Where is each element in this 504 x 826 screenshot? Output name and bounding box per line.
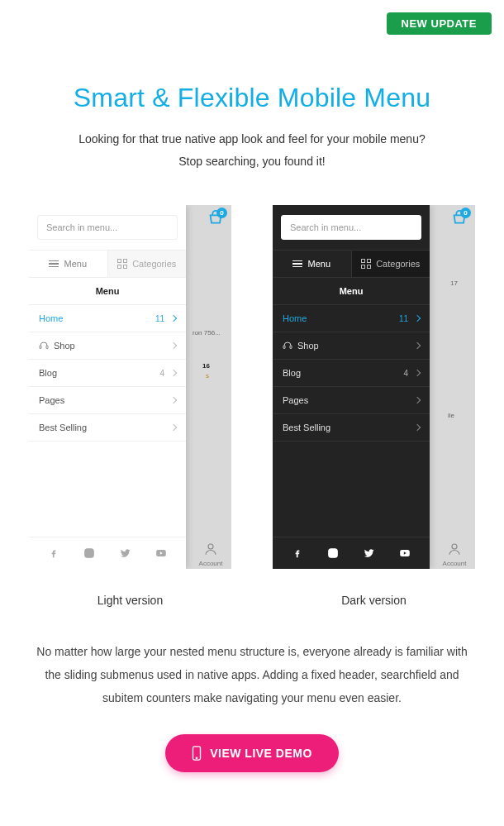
menu-list: Home 11 Shop Blog 4 Pages [273, 305, 430, 442]
chevron-right-icon [414, 342, 421, 349]
account-icon: Account [438, 542, 471, 567]
tab-categories[interactable]: Categories [351, 251, 430, 277]
grid-icon [361, 259, 371, 269]
menu-section-title: Menu [273, 278, 430, 305]
instagram-icon[interactable] [83, 547, 95, 559]
svg-point-10 [331, 551, 335, 556]
menu-item-best-selling[interactable]: Best Selling [273, 414, 430, 442]
svg-rect-2 [46, 346, 48, 349]
hamburger-icon [292, 260, 302, 268]
tab-categories[interactable]: Categories [107, 251, 187, 277]
chevron-right-icon [414, 397, 421, 403]
headset-icon [39, 341, 49, 351]
menu-item-blog[interactable]: Blog 4 [273, 360, 430, 387]
account-icon: Account [194, 542, 227, 567]
svg-rect-8 [290, 346, 292, 349]
svg-rect-7 [283, 346, 285, 349]
youtube-icon[interactable] [399, 547, 411, 559]
menu-item-home[interactable]: Home 11 [29, 305, 186, 332]
facebook-icon[interactable] [48, 547, 59, 559]
hamburger-icon [49, 260, 59, 268]
page-title: Smart & Flexible Mobile Menu [25, 83, 479, 113]
menu-item-pages[interactable]: Pages [273, 387, 430, 414]
headset-icon [283, 341, 292, 351]
svg-point-11 [335, 550, 336, 551]
twitter-icon[interactable] [120, 547, 131, 559]
menu-item-shop[interactable]: Shop [29, 332, 186, 360]
menu-item-home[interactable]: Home 11 [273, 305, 430, 332]
description-text: No matter how large your nested menu str… [25, 640, 479, 709]
menu-item-pages[interactable]: Pages [29, 387, 186, 414]
svg-point-5 [92, 550, 93, 551]
svg-point-6 [452, 544, 457, 549]
facebook-icon[interactable] [292, 547, 303, 559]
dark-caption: Dark version [341, 594, 407, 607]
search-input[interactable]: Search in menu... [281, 215, 421, 240]
chevron-right-icon [170, 370, 177, 376]
menu-list: Home 11 Shop Blog 4 Pages [29, 305, 186, 442]
cart-icon: 0 [450, 210, 468, 232]
search-input[interactable]: Search in menu... [37, 215, 178, 240]
chevron-right-icon [170, 424, 177, 431]
chevron-right-icon [170, 397, 177, 403]
svg-point-0 [208, 544, 213, 549]
svg-rect-1 [40, 346, 41, 349]
tab-menu[interactable]: Menu [29, 251, 107, 277]
twitter-icon[interactable] [364, 547, 375, 559]
menu-item-best-selling[interactable]: Best Selling [29, 414, 186, 442]
svg-point-4 [88, 551, 92, 556]
tab-menu[interactable]: Menu [273, 251, 351, 277]
chevron-right-icon [414, 315, 421, 322]
new-update-badge: NEW UPDATE [387, 12, 492, 35]
svg-point-13 [196, 757, 197, 758]
page-subtitle: Looking for that true native app look an… [25, 128, 479, 172]
menu-item-shop[interactable]: Shop [273, 332, 430, 360]
instagram-icon[interactable] [327, 547, 339, 559]
menu-section-title: Menu [29, 278, 186, 305]
chevron-right-icon [414, 424, 421, 431]
mobile-icon [192, 746, 202, 761]
chevron-right-icon [414, 370, 421, 376]
cart-icon: 0 [207, 210, 225, 232]
menu-item-blog[interactable]: Blog 4 [29, 360, 186, 387]
light-preview: 0 ron 756... 16 s Account Search in menu… [29, 205, 231, 569]
dark-preview: 0 17 ile Account Search in menu... Menu [273, 205, 475, 569]
chevron-right-icon [170, 315, 177, 322]
chevron-right-icon [170, 342, 177, 349]
youtube-icon[interactable] [155, 547, 167, 559]
light-caption: Light version [97, 594, 163, 607]
grid-icon [117, 259, 127, 269]
view-live-demo-button[interactable]: VIEW LIVE DEMO [165, 734, 339, 772]
